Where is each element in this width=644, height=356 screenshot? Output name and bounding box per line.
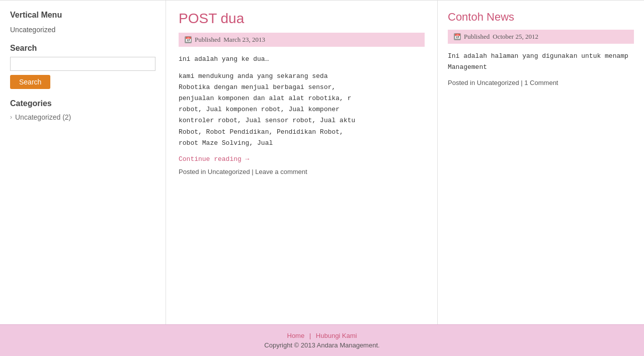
search-button[interactable]: Search xyxy=(10,75,50,89)
search-label: Search xyxy=(10,44,155,53)
news-comment-link[interactable]: 1 Comment xyxy=(524,79,558,86)
published-date: March 23, 2013 xyxy=(223,36,265,44)
search-section: Search Search xyxy=(10,44,155,89)
page-wrapper: Vertical Menu Uncategorized Search Searc… xyxy=(0,0,644,356)
category-item: › Uncategorized (2) xyxy=(10,113,155,121)
categories-title: Categories xyxy=(10,99,155,108)
category-arrow-icon: › xyxy=(10,114,12,121)
categories-section: Categories › Uncategorized (2) xyxy=(10,99,155,121)
sidebar-menu-title: Vertical Menu xyxy=(10,11,155,20)
news-footer-prefix: Posted in xyxy=(448,79,475,86)
category-link[interactable]: Uncategorized (2) xyxy=(15,113,71,121)
news-published-label: Published xyxy=(464,33,490,41)
content-area: Vertical Menu Uncategorized Search Searc… xyxy=(0,0,644,324)
news-excerpt: Ini adalah halaman yang digunakan untuk … xyxy=(448,51,634,73)
page-footer: Home | Hubungi Kami Copyright © 2013 And… xyxy=(0,324,644,356)
post-title: POST dua xyxy=(179,11,425,27)
sidebar-menu-item: Uncategorized xyxy=(10,26,155,34)
post-excerpt-line1: ini adalah yang ke dua… xyxy=(179,54,425,65)
post-footer-prefix: Posted in xyxy=(179,168,206,175)
footer-home-link[interactable]: Home xyxy=(287,332,305,339)
sidebar: Vertical Menu Uncategorized Search Searc… xyxy=(0,1,166,324)
post-footer: Posted in Uncategorized | Leave a commen… xyxy=(179,168,425,175)
right-sidebar: Contoh News 📅 Published October 25, 2012… xyxy=(438,1,644,324)
post-excerpt-body: kami mendukung anda yang sekarang seda R… xyxy=(179,71,425,149)
news-category-link[interactable]: Uncategorized xyxy=(477,79,519,86)
main-content: POST dua 📅 Published March 23, 2013 ini … xyxy=(166,1,438,324)
post-meta: 📅 Published March 23, 2013 xyxy=(179,33,425,47)
footer-copyright: Copyright © 2013 Andara Management. xyxy=(7,341,637,349)
published-label: Published xyxy=(195,36,220,44)
post-comment-link[interactable]: Leave a comment xyxy=(255,168,307,175)
post-category-link[interactable]: Uncategorized xyxy=(208,168,250,175)
news-meta: 📅 Published October 25, 2012 xyxy=(448,30,634,44)
footer-links: Home | Hubungi Kami xyxy=(7,332,637,339)
footer-contact-link[interactable]: Hubungi Kami xyxy=(316,332,357,339)
search-input[interactable] xyxy=(10,57,155,71)
calendar-icon: 📅 xyxy=(185,36,192,43)
news-footer: Posted in Uncategorized | 1 Comment xyxy=(448,79,634,86)
continue-reading-link[interactable]: Continue reading → xyxy=(179,155,249,163)
news-calendar-icon: 📅 xyxy=(454,33,461,40)
news-title: Contoh News xyxy=(448,11,634,24)
footer-separator: | xyxy=(309,332,311,339)
news-published-date: October 25, 2012 xyxy=(493,33,538,41)
